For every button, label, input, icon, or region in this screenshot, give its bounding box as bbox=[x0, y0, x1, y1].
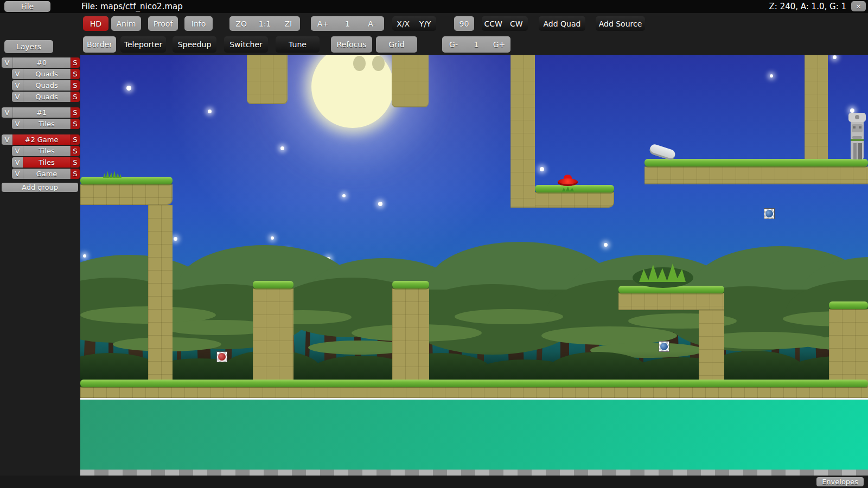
zoom-button-group: ZO 1:1 ZI bbox=[229, 16, 300, 31]
grid-button[interactable]: Grid bbox=[376, 36, 417, 53]
layer-visibility-toggle[interactable]: V bbox=[2, 57, 12, 68]
layer-visibility-toggle[interactable]: V bbox=[2, 107, 12, 118]
grid-decrease-button[interactable]: G- bbox=[442, 40, 465, 49]
grass-edge bbox=[829, 301, 868, 309]
layer-label[interactable]: Tiles bbox=[23, 119, 71, 129]
layer-label[interactable]: Tiles bbox=[23, 146, 71, 156]
star bbox=[342, 194, 346, 197]
teleporter-button[interactable]: Teleporter bbox=[120, 36, 166, 53]
armor-pickup bbox=[659, 341, 669, 352]
layer-label[interactable]: Quads bbox=[23, 80, 71, 91]
grass-edge bbox=[253, 281, 293, 288]
layer-visibility-toggle[interactable]: V bbox=[12, 80, 23, 91]
layer-label[interactable]: #0 bbox=[12, 57, 71, 68]
speedup-button[interactable]: Speedup bbox=[173, 36, 216, 53]
layer-row[interactable]: VQuadsS bbox=[12, 69, 80, 79]
leaf-shelf bbox=[455, 309, 563, 324]
canvas-bottom-ruler[interactable] bbox=[80, 470, 868, 476]
layer-row[interactable]: VTilesS bbox=[12, 119, 80, 129]
forest-floor-shade bbox=[80, 351, 868, 381]
layer-row[interactable]: VTilesS bbox=[12, 146, 80, 156]
grid-size-value: 1 bbox=[465, 40, 488, 49]
tile-block bbox=[392, 55, 429, 107]
flip-x-button[interactable]: X/X bbox=[392, 20, 414, 28]
layer-label[interactable]: Quads bbox=[23, 69, 71, 79]
layer-detail-toggle[interactable]: S bbox=[71, 119, 80, 129]
layer-label[interactable]: #1 bbox=[12, 107, 71, 118]
add-group-button[interactable]: Add group bbox=[2, 183, 78, 192]
proof-toggle-button[interactable]: Proof bbox=[148, 16, 178, 31]
flip-button-group: X/X Y/Y bbox=[392, 16, 436, 31]
zoom-reset-button[interactable]: 1:1 bbox=[253, 20, 276, 28]
heart-pickup bbox=[216, 351, 227, 362]
layer-label[interactable]: Game bbox=[23, 169, 71, 179]
zoom-in-button[interactable]: ZI bbox=[277, 20, 300, 28]
layer-visibility-toggle[interactable]: V bbox=[12, 69, 23, 79]
layer-row[interactable]: VGameS bbox=[12, 169, 80, 179]
grass-edge bbox=[392, 281, 429, 288]
layer-row[interactable]: V#2 GameS bbox=[2, 134, 80, 145]
rotate-cw-button[interactable]: CW bbox=[505, 20, 528, 28]
layer-detail-toggle[interactable]: S bbox=[71, 107, 80, 118]
layer-visibility-toggle[interactable]: V bbox=[2, 134, 12, 145]
layer-label[interactable]: Quads bbox=[23, 92, 71, 102]
border-button[interactable]: Border bbox=[83, 36, 116, 53]
layer-visibility-toggle[interactable]: V bbox=[12, 169, 23, 179]
star bbox=[833, 55, 837, 59]
grass-edge bbox=[644, 159, 868, 166]
layer-rows: V#0SVQuadsSVQuadsSVQuadsSV#1SVTilesSV#2 … bbox=[0, 57, 80, 180]
star bbox=[540, 167, 544, 171]
layer-detail-toggle[interactable]: S bbox=[71, 92, 80, 102]
rotate-ccw-button[interactable]: CCW bbox=[482, 20, 505, 28]
rotate-amount-button[interactable]: 90 bbox=[454, 16, 474, 31]
grass-edge bbox=[80, 177, 173, 184]
layer-visibility-toggle[interactable]: V bbox=[12, 146, 23, 156]
anim-speed-down-button[interactable]: A- bbox=[360, 20, 384, 28]
hd-toggle-button[interactable]: HD bbox=[83, 16, 108, 31]
tune-button[interactable]: Tune bbox=[276, 36, 320, 53]
layer-detail-toggle[interactable]: S bbox=[71, 169, 80, 179]
add-quad-button[interactable]: Add Quad bbox=[539, 16, 585, 31]
star bbox=[271, 236, 274, 240]
layer-detail-toggle[interactable]: S bbox=[71, 134, 80, 145]
layer-row[interactable]: VQuadsS bbox=[12, 92, 80, 102]
layer-row[interactable]: V#0S bbox=[2, 57, 80, 68]
star bbox=[174, 237, 177, 241]
anim-speed-group: A+ 1 A- bbox=[311, 16, 384, 31]
layer-label[interactable]: #2 Game bbox=[12, 134, 71, 145]
heart-icon bbox=[218, 353, 226, 361]
stone-statue-graphic bbox=[845, 111, 868, 159]
anim-speed-value: 1 bbox=[335, 20, 360, 28]
layers-panel-header[interactable]: Layers bbox=[4, 40, 53, 53]
layer-label[interactable]: Tiles bbox=[23, 157, 71, 168]
file-menu-button[interactable]: File bbox=[4, 1, 50, 12]
close-editor-button[interactable]: × bbox=[851, 1, 866, 11]
flip-y-button[interactable]: Y/Y bbox=[414, 20, 437, 28]
layer-detail-toggle[interactable]: S bbox=[71, 80, 80, 91]
add-source-button[interactable]: Add Source bbox=[596, 16, 645, 31]
switcher-button[interactable]: Switcher bbox=[224, 36, 268, 53]
layer-visibility-toggle[interactable]: V bbox=[12, 92, 23, 102]
layer-row[interactable]: VQuadsS bbox=[12, 80, 80, 91]
tile-block bbox=[253, 288, 293, 387]
tile-block bbox=[618, 293, 724, 310]
layer-row[interactable]: VTilesS bbox=[12, 157, 80, 168]
layer-detail-toggle[interactable]: S bbox=[71, 57, 80, 68]
layer-detail-toggle[interactable]: S bbox=[71, 69, 80, 79]
refocus-button[interactable]: Refocus bbox=[331, 36, 372, 53]
tile-block bbox=[247, 55, 288, 104]
layer-row[interactable]: V#1S bbox=[2, 107, 80, 118]
info-toggle-button[interactable]: Info bbox=[184, 16, 213, 31]
zoom-out-button[interactable]: ZO bbox=[229, 20, 253, 28]
layer-visibility-toggle[interactable]: V bbox=[12, 157, 23, 168]
tile-block bbox=[392, 288, 429, 387]
map-canvas[interactable] bbox=[80, 55, 868, 470]
grid-size-group: G- 1 G+ bbox=[442, 36, 510, 53]
anim-speed-up-button[interactable]: A+ bbox=[311, 20, 335, 28]
layer-detail-toggle[interactable]: S bbox=[71, 146, 80, 156]
envelopes-button[interactable]: Envelopes bbox=[816, 477, 864, 486]
anim-toggle-button[interactable]: Anim bbox=[111, 16, 141, 31]
grid-increase-button[interactable]: G+ bbox=[488, 40, 510, 49]
layer-detail-toggle[interactable]: S bbox=[71, 157, 80, 168]
layer-visibility-toggle[interactable]: V bbox=[12, 119, 23, 129]
